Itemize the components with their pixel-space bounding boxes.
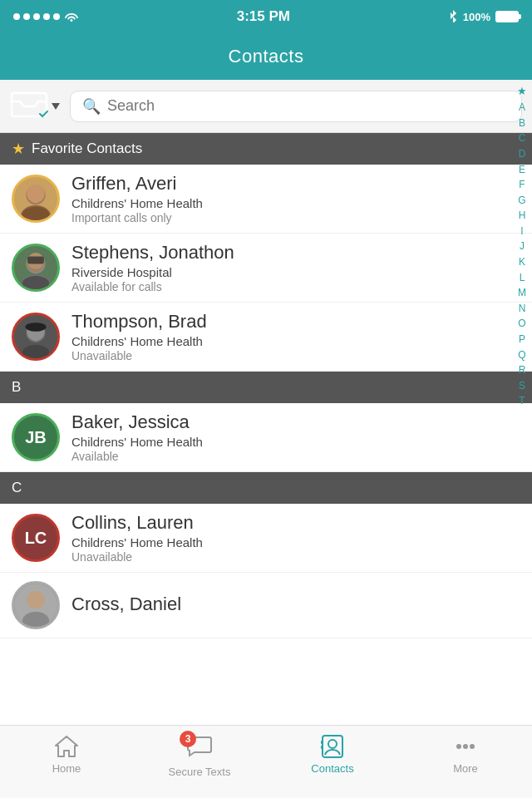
index-star[interactable]: ★ xyxy=(517,83,527,100)
index-r[interactable]: R xyxy=(519,362,526,378)
contact-org-stephens: Riverside Hospital xyxy=(71,265,520,279)
index-a[interactable]: A xyxy=(519,100,525,116)
search-icon: 🔍 xyxy=(82,97,101,116)
contact-status-thompson: Unavailable xyxy=(71,349,520,362)
contact-name-thompson: Thompson, Brad xyxy=(71,311,520,332)
toolbar: 🔍 xyxy=(0,80,532,133)
contact-info-collins: Collins, Lauren Childrens' Home Health U… xyxy=(71,512,520,564)
contact-name-baker: Baker, Jessica xyxy=(71,411,520,433)
svg-point-15 xyxy=(22,345,49,360)
contact-status-baker: Available xyxy=(71,450,520,463)
index-e[interactable]: E xyxy=(519,162,525,178)
avatar-photo-thompson xyxy=(14,313,57,361)
search-input[interactable] xyxy=(107,97,510,115)
index-l[interactable]: L xyxy=(520,270,525,286)
contact-info-griffen: Griffen, Averi Childrens' Home Health Im… xyxy=(71,173,520,224)
battery-label: 100% xyxy=(463,11,490,23)
favorites-label: Favorite Contacts xyxy=(32,140,142,157)
index-m[interactable]: M xyxy=(518,285,526,301)
svg-point-24 xyxy=(456,744,461,749)
avatar-stephens xyxy=(12,244,60,292)
svg-rect-11 xyxy=(27,257,44,264)
more-icon xyxy=(452,734,479,759)
section-b-header: B xyxy=(0,372,532,403)
index-h[interactable]: H xyxy=(519,208,526,224)
avatar-cross xyxy=(12,581,60,629)
contact-item-collins[interactable]: LC Collins, Lauren Childrens' Home Healt… xyxy=(0,504,532,573)
page-header: Contacts xyxy=(0,33,532,80)
index-o[interactable]: O xyxy=(518,316,525,332)
tab-more[interactable]: More xyxy=(399,734,532,775)
content-area: 🔍 ★ Favorite Contacts Griffen, Averi Chi… xyxy=(0,80,532,725)
svg-point-19 xyxy=(22,612,49,629)
contact-status-griffen: Important calls only xyxy=(71,211,520,224)
status-bar: 3:15 PM 100% xyxy=(0,0,532,33)
svg-point-26 xyxy=(470,744,475,749)
index-bar[interactable]: ★ A B C D E F G H I J K L M N O P Q R S … xyxy=(512,80,532,725)
index-i[interactable]: I xyxy=(520,224,523,239)
battery-icon xyxy=(495,11,519,22)
index-d[interactable]: D xyxy=(519,146,526,162)
contact-name-cross: Cross, Daniel xyxy=(71,594,520,615)
svg-point-21 xyxy=(328,740,337,748)
status-right: 100% xyxy=(448,9,519,25)
index-g[interactable]: G xyxy=(518,193,525,209)
contact-item-thompson[interactable]: Thompson, Brad Childrens' Home Health Un… xyxy=(0,303,532,372)
tab-secure-texts[interactable]: 3 Secure Texts xyxy=(133,734,266,778)
contact-info-thompson: Thompson, Brad Childrens' Home Health Un… xyxy=(71,311,520,362)
index-j[interactable]: J xyxy=(520,239,525,254)
section-b-label: B xyxy=(12,379,21,396)
tab-secure-texts-label: Secure Texts xyxy=(169,766,231,778)
inbox-button[interactable] xyxy=(10,91,60,121)
tab-home[interactable]: Home xyxy=(0,734,133,775)
svg-point-16 xyxy=(25,323,46,332)
contact-status-stephens: Available for calls xyxy=(71,280,520,293)
index-q[interactable]: Q xyxy=(518,347,525,363)
index-s[interactable]: S xyxy=(519,378,525,394)
search-bar[interactable]: 🔍 xyxy=(70,91,522,122)
tab-contacts[interactable]: Contacts xyxy=(266,734,399,775)
index-c[interactable]: C xyxy=(519,131,526,146)
svg-rect-23 xyxy=(321,746,323,749)
svg-point-5 xyxy=(22,207,49,222)
avatar-collins: LC xyxy=(12,514,60,562)
contact-item-griffen[interactable]: Griffen, Averi Childrens' Home Health Im… xyxy=(0,165,532,234)
signal-dots xyxy=(13,13,60,20)
tab-more-label: More xyxy=(453,762,478,775)
svg-point-9 xyxy=(22,276,49,291)
contact-name-stephens: Stephens, Jonathon xyxy=(71,242,520,264)
status-left xyxy=(13,10,79,24)
tab-bar: Home 3 Secure Texts Contacts More xyxy=(0,725,532,798)
contact-org-baker: Childrens' Home Health xyxy=(71,435,520,449)
contact-name-collins: Collins, Lauren xyxy=(71,512,520,534)
contact-org-thompson: Childrens' Home Health xyxy=(71,334,520,348)
index-p[interactable]: P xyxy=(519,332,525,347)
svg-point-25 xyxy=(463,744,468,749)
avatar-initials-collins: LC xyxy=(25,529,47,548)
index-t[interactable]: T xyxy=(519,393,525,409)
svg-rect-22 xyxy=(321,741,323,744)
star-icon: ★ xyxy=(12,140,25,158)
bluetooth-icon xyxy=(448,9,458,25)
avatar-griffen xyxy=(12,175,60,223)
contact-status-collins: Unavailable xyxy=(71,550,520,564)
contact-item-cross[interactable]: Cross, Daniel xyxy=(0,573,532,638)
index-f[interactable]: F xyxy=(519,177,525,193)
index-k[interactable]: K xyxy=(519,254,525,270)
page-title: Contacts xyxy=(229,46,304,67)
contact-info-stephens: Stephens, Jonathon Riverside Hospital Av… xyxy=(71,242,520,293)
avatar-baker: JB xyxy=(12,413,60,461)
dropdown-icon xyxy=(52,103,60,110)
avatar-photo-griffen xyxy=(14,175,57,223)
favorites-section-header: ★ Favorite Contacts xyxy=(0,133,532,165)
contact-item-stephens[interactable]: Stephens, Jonathon Riverside Hospital Av… xyxy=(0,234,532,303)
avatar-thompson xyxy=(12,313,60,361)
contact-item-baker[interactable]: JB Baker, Jessica Childrens' Home Health… xyxy=(0,403,532,472)
avatar-initials-baker: JB xyxy=(25,428,47,447)
section-c-label: C xyxy=(12,480,22,496)
index-n[interactable]: N xyxy=(519,301,526,317)
contacts-icon xyxy=(319,734,346,759)
contact-org-collins: Childrens' Home Health xyxy=(71,535,520,549)
index-b[interactable]: B xyxy=(519,116,525,131)
tab-home-label: Home xyxy=(52,762,81,775)
